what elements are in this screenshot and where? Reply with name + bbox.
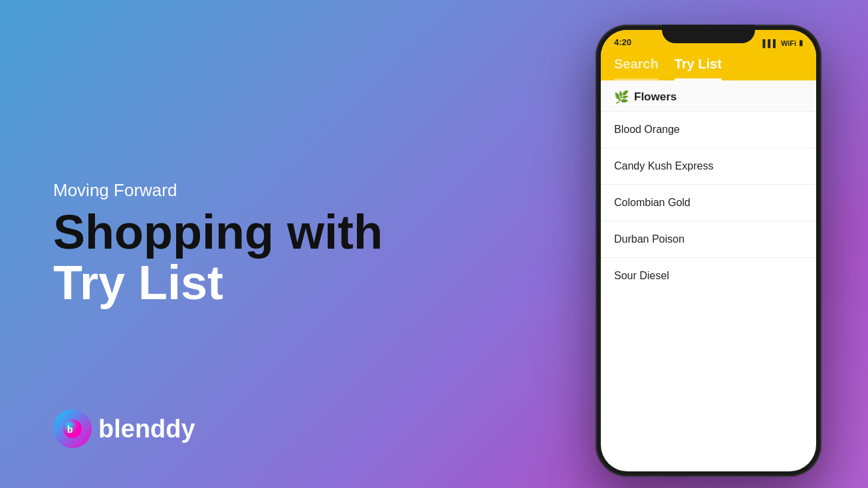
list-item[interactable]: Blood Orange — [601, 112, 816, 148]
list-item[interactable]: Durban Poison — [601, 221, 816, 258]
app-tabs: Search Try List — [614, 57, 803, 80]
list-item[interactable]: Colombian Gold — [601, 185, 816, 221]
list-item[interactable]: Sour Diesel — [601, 258, 816, 294]
app-header: Search Try List — [601, 50, 816, 80]
category-header: 🌿 Flowers — [601, 80, 816, 112]
status-icons: ▌▌▌ WiFi ▮ — [762, 39, 803, 47]
battery-icon: ▮ — [799, 39, 803, 47]
phone-mockup: 4:20 ▌▌▌ WiFi ▮ Search Try List — [596, 25, 821, 477]
app-content: 🌿 Flowers Blood Orange Candy Kush Expres… — [601, 80, 816, 294]
category-title: Flowers — [634, 90, 677, 104]
phone-area: 4:20 ▌▌▌ WiFi ▮ Search Try List — [549, 0, 868, 488]
logo-area: b blenddy — [53, 410, 195, 448]
title-line1: Shopping with — [53, 205, 383, 259]
cannabis-leaf-icon: 🌿 — [614, 90, 629, 104]
tab-try-list[interactable]: Try List — [675, 57, 722, 80]
phone-notch — [662, 25, 755, 43]
subtitle: Moving Forward — [53, 180, 509, 201]
list-item[interactable]: Candy Kush Express — [601, 148, 816, 185]
wifi-icon: WiFi — [781, 39, 796, 47]
phone-screen: 4:20 ▌▌▌ WiFi ▮ Search Try List — [601, 30, 816, 471]
logo-svg: b — [62, 418, 83, 439]
tab-search[interactable]: Search — [614, 57, 659, 80]
title-line2: Try List — [53, 256, 223, 309]
background: Moving Forward Shopping with Try List b … — [0, 0, 868, 488]
logo-icon: b — [53, 410, 92, 448]
signal-icon: ▌▌▌ — [762, 39, 778, 47]
main-title: Shopping with Try List — [53, 207, 509, 308]
logo-text: blenddy — [98, 415, 195, 443]
status-time: 4:20 — [614, 37, 631, 47]
svg-text:b: b — [67, 424, 73, 435]
